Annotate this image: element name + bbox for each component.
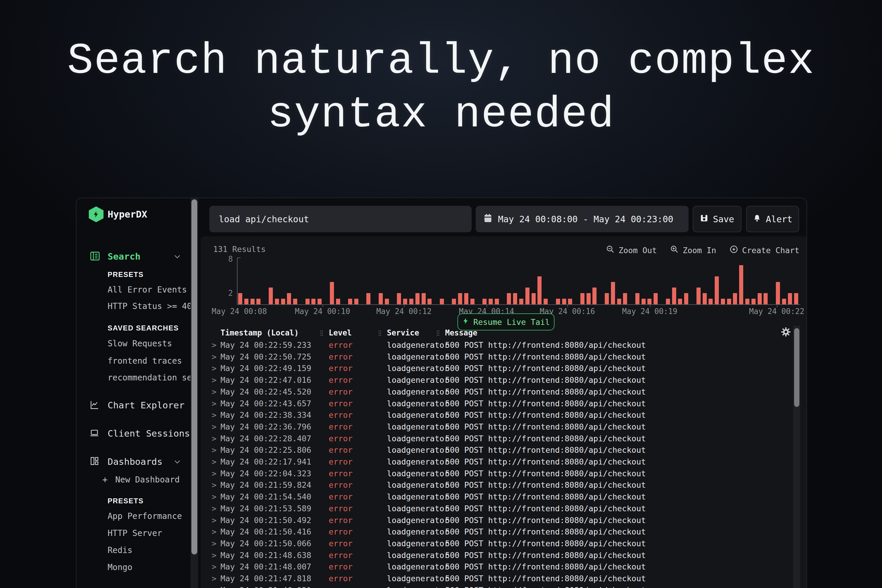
sidebar-item-recommendation[interactable]: recommendation se… (108, 373, 196, 382)
sidebar-item-slow-requests[interactable]: Slow Requests (108, 339, 172, 348)
table-row[interactable]: >May 24 00:22:36.796errorloadgenerator50… (201, 421, 807, 433)
table-row[interactable]: >May 24 00:21:48.638errorloadgenerator50… (201, 549, 807, 561)
chart-bar (525, 288, 530, 304)
table-row[interactable]: >May 24 00:21:54.540errorloadgenerator50… (201, 491, 807, 503)
cell-service: loadgenerator (387, 386, 449, 398)
table-row[interactable]: >May 24 00:22:28.407errorloadgenerator50… (201, 433, 807, 444)
sidebar-item-new-dashboard[interactable]: New Dashboard (115, 475, 180, 484)
row-chevron-icon[interactable]: > (212, 573, 216, 585)
row-chevron-icon[interactable]: > (212, 409, 216, 421)
row-chevron-icon[interactable]: > (212, 398, 216, 410)
zoom-in-icon (670, 244, 679, 256)
row-chevron-icon[interactable]: > (212, 585, 216, 588)
chart-bar (507, 293, 511, 304)
row-chevron-icon[interactable]: > (212, 351, 216, 363)
zoom-out-button[interactable]: Zoom Out (606, 244, 657, 256)
row-chevron-icon[interactable]: > (212, 421, 216, 433)
sidebar-item-all-error-events[interactable]: All Error Events (108, 285, 187, 295)
chart-bars[interactable] (238, 259, 800, 304)
col-header-level[interactable]: Level (329, 327, 352, 339)
row-chevron-icon[interactable]: > (212, 491, 216, 503)
table-row[interactable]: >May 24 00:22:50.725errorloadgenerator50… (201, 351, 807, 363)
drag-handle-icon[interactable] (436, 330, 440, 339)
table-row[interactable]: >May 24 00:22:17.941errorloadgenerator50… (201, 456, 807, 468)
table-row[interactable]: >May 24 00:21:50.066errorloadgenerator50… (201, 538, 807, 549)
chevron-down-icon[interactable] (174, 458, 181, 467)
row-chevron-icon[interactable]: > (212, 479, 216, 491)
row-chevron-icon[interactable]: > (212, 468, 216, 480)
date-range-picker[interactable]: May 24 00:08:00 - May 24 00:23:00 (476, 206, 688, 232)
table-row[interactable]: >May 24 00:22:25.806errorloadgenerator50… (201, 444, 807, 456)
sidebar-item-mongo[interactable]: Mongo (108, 562, 132, 572)
sidebar-item-chart-explorer[interactable]: Chart Explorer (108, 400, 184, 410)
zoom-in-button[interactable]: Zoom In (670, 244, 716, 256)
cell-level: error (329, 398, 352, 410)
table-row[interactable]: >May 24 00:21:50.492errorloadgenerator50… (201, 514, 807, 526)
resume-live-tail-button[interactable]: Resume Live Tail (458, 314, 555, 330)
cell-message: 500 POST http://frontend:8080/api/checko… (445, 491, 646, 503)
col-header-timestamp[interactable]: Timestamp (Local) (220, 327, 299, 339)
save-button[interactable]: Save (693, 206, 741, 232)
col-header-service[interactable]: Service (387, 327, 419, 339)
cell-service: loadgenerator (387, 339, 449, 351)
bolt-icon (462, 317, 469, 327)
gear-icon[interactable] (781, 327, 791, 337)
cell-service: loadgenerator (387, 456, 449, 468)
row-chevron-icon[interactable]: > (212, 433, 216, 444)
hyperdx-logo-icon (89, 206, 104, 222)
chart-bar (513, 293, 517, 304)
sidebar-scrollbar-thumb[interactable] (191, 200, 197, 555)
create-chart-button[interactable]: Create Chart (729, 244, 800, 256)
sidebar-item-redis[interactable]: Redis (108, 545, 132, 555)
chart-bar (318, 299, 322, 304)
chart-bar (379, 293, 383, 304)
row-chevron-icon[interactable]: > (212, 514, 216, 526)
search-results-panel: 131 Results Zoom Out Zoom In (201, 236, 807, 588)
row-chevron-icon[interactable]: > (212, 561, 216, 573)
x-axis (237, 304, 800, 305)
table-row[interactable]: >May 24 00:22:04.323errorloadgenerator50… (201, 468, 807, 480)
drag-handle-icon[interactable] (320, 330, 323, 339)
table-row[interactable]: >May 24 00:21:53.589errorloadgenerator50… (201, 503, 807, 514)
search-input[interactable]: load api/checkout (209, 206, 472, 232)
table-scrollbar-thumb[interactable] (794, 328, 800, 407)
sidebar-item-http-status[interactable]: HTTP Status >= 400 (108, 302, 196, 311)
drag-handle-icon[interactable] (378, 330, 382, 339)
row-chevron-icon[interactable]: > (212, 374, 216, 386)
row-chevron-icon[interactable]: > (212, 444, 216, 456)
table-row[interactable]: >May 24 00:21:48.007errorloadgenerator50… (201, 561, 807, 573)
alert-button[interactable]: Alert (746, 206, 799, 232)
cell-timestamp: May 24 00:21:50.066 (220, 538, 311, 549)
table-row[interactable]: >May 24 00:22:45.520errorloadgenerator50… (201, 386, 807, 398)
table-row[interactable]: >May 24 00:21:47.818errorloadgenerator50… (201, 573, 807, 585)
table-row[interactable]: >May 24 00:22:49.159errorloadgenerator50… (201, 363, 807, 374)
table-row[interactable]: >May 24 00:22:43.657errorloadgenerator50… (201, 398, 807, 410)
sidebar-scrollbar-track[interactable] (190, 198, 198, 588)
row-chevron-icon[interactable]: > (212, 538, 216, 549)
sidebar-item-http-server[interactable]: HTTP Server (108, 528, 162, 538)
row-chevron-icon[interactable]: > (212, 456, 216, 468)
table-row[interactable]: >May 24 00:21:50.416errorloadgenerator50… (201, 526, 807, 538)
row-chevron-icon[interactable]: > (212, 549, 216, 561)
row-chevron-icon[interactable]: > (212, 363, 216, 374)
row-chevron-icon[interactable]: > (212, 503, 216, 514)
row-chevron-icon[interactable]: > (212, 386, 216, 398)
sidebar-item-search[interactable]: Search (108, 251, 141, 262)
table-row[interactable]: >May 24 00:22:38.334errorloadgenerator50… (201, 409, 807, 421)
chart-bar (672, 288, 676, 304)
cell-timestamp: May 24 00:22:17.941 (220, 456, 311, 468)
cell-level: error (329, 503, 352, 514)
table-row[interactable]: >May 24 00:22:59.233errorloadgenerator50… (201, 339, 807, 351)
row-chevron-icon[interactable]: > (212, 526, 216, 538)
table-row[interactable]: >May 24 00:21:59.824errorloadgenerator50… (201, 479, 807, 491)
table-row[interactable]: >May 24 00:21:46.921errorloadgenerator50… (201, 585, 807, 588)
table-row[interactable]: >May 24 00:22:47.016errorloadgenerator50… (201, 374, 807, 386)
table-scrollbar-track[interactable] (793, 326, 800, 588)
sidebar-item-app-performance[interactable]: App Performance (108, 511, 182, 521)
chevron-down-icon[interactable] (174, 253, 181, 262)
chart-bar (568, 299, 572, 304)
row-chevron-icon[interactable]: > (212, 339, 216, 351)
sidebar-item-client-sessions[interactable]: Client Sessions (108, 428, 190, 439)
sidebar-item-dashboards[interactable]: Dashboards (108, 456, 163, 467)
sidebar-item-frontend-traces[interactable]: frontend traces (108, 356, 182, 366)
